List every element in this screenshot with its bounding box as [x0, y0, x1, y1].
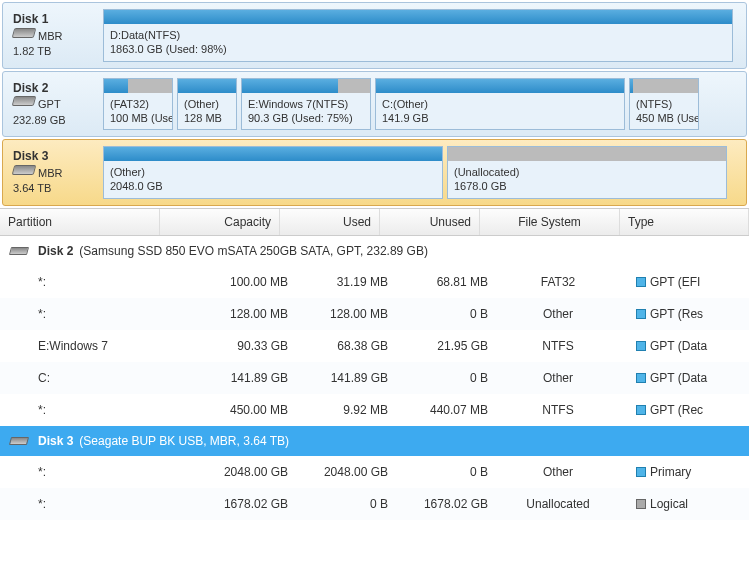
disk-block-disk1[interactable]: Disk 1 MBR1.82 TBD:Data(NTFS)1863.0 GB (…: [2, 2, 747, 69]
partition-usage-bar: [376, 79, 624, 93]
type-color-icon: [636, 373, 646, 383]
cell-capacity: 100.00 MB: [168, 275, 288, 289]
disk-scheme: MBR: [38, 30, 62, 42]
partition-box[interactable]: (Unallocated)1678.0 GB: [447, 146, 727, 199]
type-color-icon: [636, 499, 646, 509]
cell-type: GPT (Res: [628, 307, 741, 321]
table-row[interactable]: C:141.89 GB141.89 GB0 BOtherGPT (Data: [0, 362, 749, 394]
disk-group-row[interactable]: Disk 3 (Seagate BUP BK USB, MBR, 3.64 TB…: [0, 426, 749, 456]
cell-fs: Other: [488, 465, 628, 479]
cell-used: 128.00 MB: [288, 307, 388, 321]
cell-unused: 0 B: [388, 371, 488, 385]
disk-partitions: (Other)2048.0 GB(Unallocated)1678.0 GB: [103, 140, 746, 205]
partition-label: D:Data(NTFS)1863.0 GB (Used: 98%): [104, 24, 732, 61]
cell-used: 9.92 MB: [288, 403, 388, 417]
th-capacity[interactable]: Capacity: [160, 209, 280, 235]
partition-box[interactable]: (Other)128 MB: [177, 78, 237, 131]
disk-partitions: D:Data(NTFS)1863.0 GB (Used: 98%): [103, 3, 746, 68]
cell-fs: Unallocated: [488, 497, 628, 511]
disk-icon: [9, 437, 29, 445]
cell-partition: *:: [8, 497, 168, 511]
partition-box[interactable]: C:(Other)141.9 GB: [375, 78, 625, 131]
cell-unused: 21.95 GB: [388, 339, 488, 353]
cell-fs: Other: [488, 371, 628, 385]
cell-unused: 68.81 MB: [388, 275, 488, 289]
disks-layout: Disk 1 MBR1.82 TBD:Data(NTFS)1863.0 GB (…: [0, 2, 749, 206]
partition-usage-bar: [104, 147, 442, 161]
partition-usage-bar: [104, 10, 732, 24]
th-used[interactable]: Used: [280, 209, 380, 235]
cell-capacity: 141.89 GB: [168, 371, 288, 385]
group-disk-desc: (Seagate BUP BK USB, MBR, 3.64 TB): [79, 434, 289, 448]
cell-capacity: 450.00 MB: [168, 403, 288, 417]
cell-fs: FAT32: [488, 275, 628, 289]
cell-type: GPT (EFI: [628, 275, 741, 289]
disk-scheme: MBR: [38, 167, 62, 179]
disk-block-disk3[interactable]: Disk 3 MBR3.64 TB(Other)2048.0 GB(Unallo…: [2, 139, 747, 206]
group-disk-name: Disk 3: [38, 434, 73, 448]
th-file-system[interactable]: File System: [480, 209, 620, 235]
cell-partition: *:: [8, 403, 168, 417]
type-color-icon: [636, 309, 646, 319]
cell-partition: *:: [8, 275, 168, 289]
partition-usage-bar: [630, 79, 698, 93]
partition-usage-bar: [242, 79, 370, 93]
cell-partition: E:Windows 7: [8, 339, 168, 353]
cell-unused: 1678.02 GB: [388, 497, 488, 511]
partition-box[interactable]: (NTFS)450 MB (Use: [629, 78, 699, 131]
partition-usage-bar: [448, 147, 726, 161]
partition-label: (NTFS)450 MB (Use: [630, 93, 698, 130]
disk-name: Disk 2: [13, 81, 48, 95]
cell-used: 31.19 MB: [288, 275, 388, 289]
cell-partition: *:: [8, 307, 168, 321]
type-color-icon: [636, 277, 646, 287]
table-row[interactable]: *:128.00 MB128.00 MB0 BOtherGPT (Res: [0, 298, 749, 330]
cell-unused: 0 B: [388, 307, 488, 321]
disk-icon: [12, 28, 37, 38]
table-row[interactable]: E:Windows 790.33 GB68.38 GB21.95 GBNTFSG…: [0, 330, 749, 362]
type-color-icon: [636, 341, 646, 351]
partition-box[interactable]: E:Windows 7(NTFS)90.3 GB (Used: 75%): [241, 78, 371, 131]
cell-used: 2048.00 GB: [288, 465, 388, 479]
cell-used: 0 B: [288, 497, 388, 511]
table-header: Partition Capacity Used Unused File Syst…: [0, 209, 749, 236]
table-row[interactable]: *:100.00 MB31.19 MB68.81 MBFAT32GPT (EFI: [0, 266, 749, 298]
disk-info: Disk 2 GPT232.89 GB: [3, 72, 103, 137]
partition-label: (Other)2048.0 GB: [104, 161, 442, 198]
table-row[interactable]: *:450.00 MB9.92 MB440.07 MBNTFSGPT (Rec: [0, 394, 749, 426]
disk-icon: [9, 247, 29, 255]
partition-label: C:(Other)141.9 GB: [376, 93, 624, 130]
disk-size: 3.64 TB: [13, 182, 51, 194]
partition-box[interactable]: D:Data(NTFS)1863.0 GB (Used: 98%): [103, 9, 733, 62]
th-partition[interactable]: Partition: [0, 209, 160, 235]
disk-info: Disk 3 MBR3.64 TB: [3, 140, 103, 205]
partition-label: (Unallocated)1678.0 GB: [448, 161, 726, 198]
cell-type: GPT (Rec: [628, 403, 741, 417]
group-disk-name: Disk 2: [38, 244, 73, 258]
disk-name: Disk 3: [13, 149, 48, 163]
partition-label: E:Windows 7(NTFS)90.3 GB (Used: 75%): [242, 93, 370, 130]
table-row[interactable]: *:1678.02 GB0 B1678.02 GBUnallocatedLogi…: [0, 488, 749, 520]
cell-used: 141.89 GB: [288, 371, 388, 385]
disk-group-row[interactable]: Disk 2 (Samsung SSD 850 EVO mSATA 250GB …: [0, 236, 749, 266]
type-color-icon: [636, 467, 646, 477]
disk-partitions: (FAT32)100 MB (Use(Other)128 MBE:Windows…: [103, 72, 746, 137]
th-type[interactable]: Type: [620, 209, 749, 235]
cell-fs: Other: [488, 307, 628, 321]
partition-usage-bar: [178, 79, 236, 93]
partition-box[interactable]: (Other)2048.0 GB: [103, 146, 443, 199]
th-unused[interactable]: Unused: [380, 209, 480, 235]
partition-box[interactable]: (FAT32)100 MB (Use: [103, 78, 173, 131]
disk-block-disk2[interactable]: Disk 2 GPT232.89 GB(FAT32)100 MB (Use(Ot…: [2, 71, 747, 138]
cell-type: Logical: [628, 497, 741, 511]
table-row[interactable]: *:2048.00 GB2048.00 GB0 BOtherPrimary: [0, 456, 749, 488]
type-color-icon: [636, 405, 646, 415]
disk-info: Disk 1 MBR1.82 TB: [3, 3, 103, 68]
cell-unused: 440.07 MB: [388, 403, 488, 417]
disk-icon: [12, 96, 37, 106]
cell-used: 68.38 GB: [288, 339, 388, 353]
disk-scheme: GPT: [38, 98, 61, 110]
cell-partition: *:: [8, 465, 168, 479]
partition-label: (FAT32)100 MB (Use: [104, 93, 172, 130]
cell-type: GPT (Data: [628, 339, 741, 353]
